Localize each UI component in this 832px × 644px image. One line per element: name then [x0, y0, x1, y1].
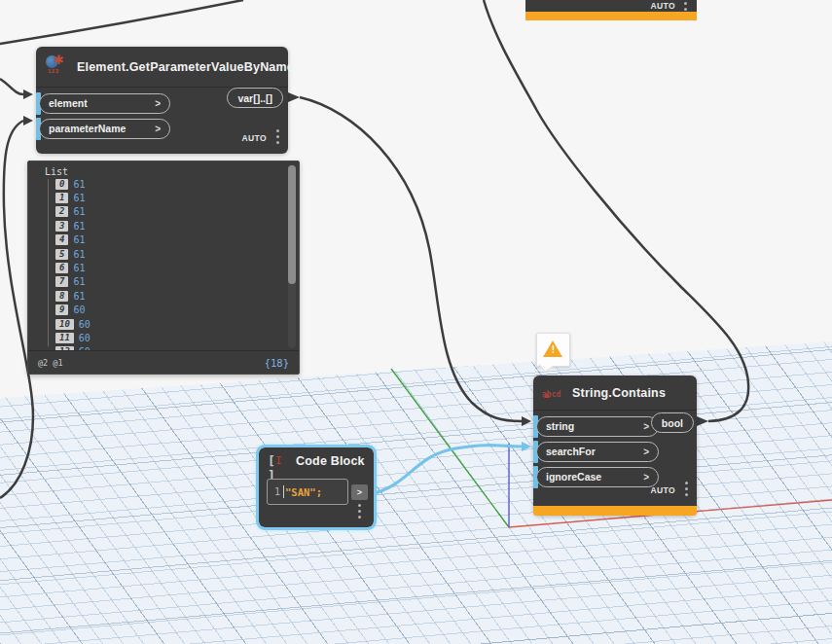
node-footer: AUTO [241, 129, 280, 147]
arrow-parametername-port [23, 116, 33, 125]
input-port-string[interactable]: string > [536, 416, 659, 437]
input-port-element[interactable]: element > [39, 93, 170, 114]
item-value: 61 [73, 193, 85, 203]
output-port-bool[interactable]: bool [651, 412, 694, 433]
warning-bar [525, 12, 697, 20]
item-value: 61 [73, 221, 85, 232]
code-editor[interactable]: 1 "SAN"; [267, 479, 348, 505]
list-item: 861 [28, 289, 285, 303]
item-index-badge: 5 [55, 249, 68, 260]
input-port-ignorecase[interactable]: ignoreCase > [536, 467, 659, 487]
node-get-parameter-value-by-name[interactable]: ✱ 123 Element.GetParameterValueByName el… [36, 47, 288, 154]
list-levels-label[interactable]: @2 @1 [38, 358, 63, 368]
node-header[interactable]: ✱ 123 Element.GetParameterValueByName [36, 47, 288, 88]
item-value: 61 [73, 276, 85, 287]
item-index-badge: 8 [55, 291, 68, 302]
output-port-codeblock[interactable]: > [351, 484, 368, 500]
list-item: 361 [28, 219, 285, 233]
node-header[interactable]: [ ] I Code Block [259, 447, 374, 474]
warning-bar [533, 506, 697, 516]
kebab-menu-icon[interactable] [685, 482, 689, 499]
node-title: String.Contains [572, 386, 666, 400]
item-index-badge: 11 [55, 333, 74, 343]
lacing-label[interactable]: AUTO [650, 1, 675, 11]
item-index-badge: 2 [55, 206, 68, 217]
item-index-badge: 1 [55, 193, 68, 203]
abcd-string-icon: abcd [542, 383, 563, 403]
item-index-badge: 0 [55, 179, 68, 190]
node-title: Code Block [296, 454, 365, 468]
node-title: Element.GetParameterValueByName [77, 60, 294, 74]
wire-element-input[interactable] [0, 79, 23, 94]
item-index-badge: 4 [55, 234, 68, 245]
item-value: 61 [73, 179, 85, 190]
chevron-right-icon: > [643, 472, 649, 483]
item-value: 60 [73, 304, 85, 315]
kebab-menu-icon[interactable] [358, 504, 362, 521]
data-preview-bubble[interactable]: List 06116126136146156166176186196010601… [27, 161, 300, 375]
list-item: 461 [28, 233, 285, 247]
item-value: 61 [73, 263, 85, 273]
list-item: 161 [28, 191, 285, 204]
chevron-right-icon: > [155, 98, 161, 109]
text-caret [283, 485, 284, 498]
line-number: 1 [274, 486, 280, 497]
preview-root-label: List [45, 166, 68, 177]
item-value: 61 [73, 206, 85, 217]
item-index-badge: 10 [55, 319, 74, 330]
item-count-badge: {18} [265, 357, 289, 369]
lacing-label[interactable]: AUTO [650, 485, 675, 495]
list-item: 661 [28, 261, 285, 274]
list-item: 561 [28, 247, 285, 261]
item-index-badge: 9 [55, 304, 68, 315]
list-item: 261 [28, 205, 285, 219]
list-item: 061 [28, 177, 285, 191]
item-value: 61 [73, 234, 85, 245]
item-index-badge: 3 [55, 221, 68, 232]
item-index-badge: 6 [55, 263, 68, 273]
wire-topleft[interactable] [0, 0, 243, 44]
chevron-right-icon: > [643, 447, 649, 457]
item-value: 60 [79, 319, 90, 330]
item-value: 61 [73, 249, 85, 260]
preview-footer: @2 @1 {18} [28, 350, 299, 374]
list-item: 1060 [28, 317, 285, 331]
arrow-varout-port [288, 92, 300, 102]
input-port-searchfor[interactable]: searchFor > [536, 442, 659, 462]
input-port-parametername[interactable]: parameterName > [39, 119, 170, 139]
lacing-label[interactable]: AUTO [241, 133, 267, 143]
code-text[interactable]: "SAN"; [285, 486, 322, 498]
node-header[interactable]: abcd String.Contains [533, 376, 697, 411]
chevron-right-icon: > [155, 124, 161, 134]
node-footer: AUTO [650, 482, 689, 499]
element-123-icon: ✱ 123 [45, 54, 68, 80]
preview-rows: 0611612613614615616617618619601060116012… [28, 177, 285, 350]
node-string-contains[interactable]: abcd String.Contains string > searchFor … [533, 376, 697, 516]
item-index-badge: 7 [55, 276, 68, 287]
node-code-block[interactable]: [ ] I Code Block 1 "SAN"; > [259, 447, 374, 527]
output-port-var[interactable]: var[]..[] [227, 88, 283, 108]
chevron-right-icon: > [643, 421, 649, 432]
scrollbar-thumb[interactable] [288, 165, 296, 284]
list-item: 960 [28, 304, 285, 317]
list-item: 1160 [28, 331, 285, 344]
list-item: 761 [28, 275, 285, 289]
item-value: 61 [73, 291, 85, 302]
node-partial-top[interactable]: AUTO [525, 0, 697, 20]
code-block-brackets-icon: [ ] I [268, 453, 287, 469]
item-value: 60 [79, 333, 90, 343]
kebab-menu-icon[interactable] [276, 129, 280, 147]
arrow-element-port [23, 89, 33, 99]
warning-exclamation: ! [537, 344, 569, 355]
warning-bubble[interactable]: ! [536, 333, 570, 367]
